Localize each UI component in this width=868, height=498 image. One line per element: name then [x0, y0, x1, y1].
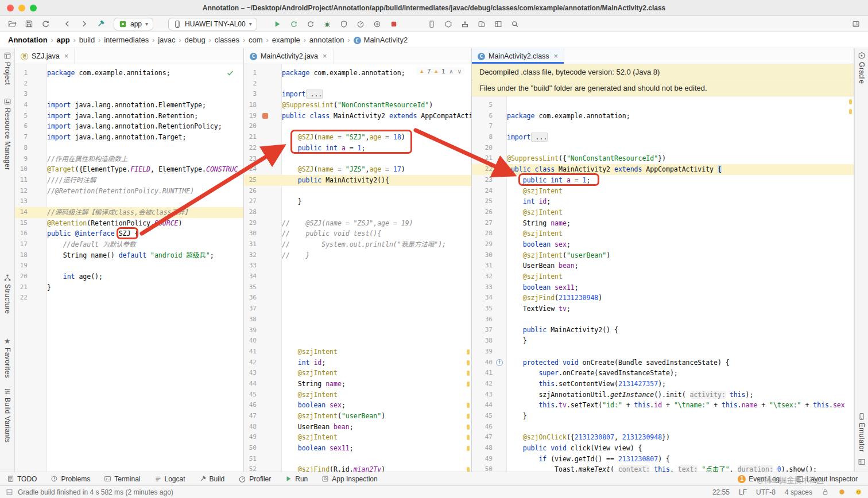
line-number[interactable]: 51 — [244, 454, 257, 465]
code-line[interactable]: 30// public void test(){ — [244, 228, 471, 239]
run-coverage-button[interactable] — [338, 18, 350, 30]
code-line[interactable]: 44 String name; — [244, 379, 471, 390]
code-line[interactable]: 46 boolean sex; — [244, 400, 471, 411]
line-number[interactable]: 47 — [472, 432, 493, 443]
line-number[interactable]: 23 — [244, 154, 257, 165]
line-number[interactable]: 7 — [472, 121, 493, 132]
warning-stripe-mark[interactable] — [849, 109, 852, 114]
search-button[interactable] — [509, 18, 521, 30]
device-manager-button[interactable] — [425, 18, 438, 30]
line-number[interactable]: 2 — [15, 79, 28, 90]
tab-mainactivity2-java[interactable]: C MainActivity2.java × — [244, 48, 334, 64]
line-number[interactable]: 39 — [244, 325, 257, 336]
code-line[interactable]: 29// @SZJ(name = "ZSJ",age = 19) — [244, 218, 471, 229]
line-number[interactable]: 49 — [244, 432, 257, 443]
breadcrumb-item-intermediates[interactable]: intermediates — [104, 36, 149, 44]
toolwindow-event-log[interactable]: 1Event Log — [738, 475, 780, 483]
code-line[interactable]: 45 } — [472, 411, 854, 422]
code-line[interactable]: 18@SuppressLint("NonConstantResourceId") — [244, 100, 471, 111]
status-item-lf[interactable]: LF — [739, 488, 747, 496]
code-line[interactable]: 49 if (view.getId() == 2131230807) { — [472, 454, 854, 465]
code-line[interactable]: 7 — [472, 121, 854, 132]
code-editor[interactable]: 1package com.example.annitaions;234impor… — [15, 64, 243, 472]
line-number[interactable]: 11 — [15, 175, 28, 186]
line-number[interactable]: 31 — [472, 260, 493, 271]
code-line[interactable]: 27 String name; — [472, 218, 854, 229]
line-number[interactable]: 19 — [15, 260, 28, 271]
line-number[interactable]: 30 — [472, 250, 493, 261]
warning-stripe-mark[interactable] — [467, 360, 470, 365]
line-number[interactable]: 19 — [244, 111, 257, 122]
breadcrumb-item-com[interactable]: com — [249, 36, 263, 44]
line-number[interactable]: 45 — [244, 390, 257, 400]
code-line[interactable]: 29 boolean sex; — [472, 239, 854, 250]
line-number[interactable]: 17 — [15, 239, 28, 250]
code-line[interactable]: 14//源码级注解【编译成class,会被class丢弃】 — [15, 207, 243, 218]
line-number[interactable]: 6 — [472, 111, 493, 122]
code-line[interactable]: 52 @szjFind(R.id.mian2Tv) — [244, 464, 471, 472]
tool-stripe-build-variants[interactable]: Build Variants — [3, 387, 11, 443]
line-number[interactable]: 4 — [15, 100, 28, 111]
line-number[interactable]: 8 — [472, 132, 493, 143]
virtual-devices-button[interactable] — [475, 18, 488, 30]
code-line[interactable]: 47 @szjIntent("userBean") — [244, 411, 471, 422]
line-number[interactable]: 52 — [244, 464, 257, 472]
code-line[interactable]: 20 — [244, 121, 471, 132]
code-line[interactable]: 47 @szjOnClick({2131230807, 2131230948}) — [472, 432, 854, 443]
line-number[interactable]: 5 — [15, 111, 28, 122]
code-line[interactable]: 2 — [15, 79, 243, 90]
code-line[interactable]: 35 — [244, 282, 471, 293]
previous-issue-icon[interactable]: ∧ — [449, 68, 453, 75]
code-line[interactable]: 24 @SZJ(name = "JZS",age = 17) — [244, 164, 471, 175]
close-window-button[interactable] — [7, 5, 14, 11]
profiler-button[interactable] — [354, 18, 367, 30]
code-line[interactable]: 36 — [472, 314, 854, 325]
warning-stripe-mark[interactable] — [467, 403, 470, 408]
line-number[interactable]: 22 — [15, 293, 28, 304]
code-line[interactable]: 1package com.example.annitaions; — [15, 68, 243, 79]
line-number[interactable]: 50 — [472, 464, 493, 472]
code-line[interactable]: 44 this.tv.setText("id:" + this.id + "\t… — [472, 400, 854, 411]
line-number[interactable]: 26 — [244, 186, 257, 197]
code-line[interactable]: 37 public MainActivity2() { — [472, 325, 854, 336]
code-line[interactable]: 5 — [472, 100, 854, 111]
toolwindow-problems[interactable]: Problems — [51, 475, 90, 483]
warning-stripe-mark[interactable] — [467, 414, 470, 419]
warning-stripe-mark[interactable] — [467, 425, 470, 430]
line-number[interactable]: 22 — [244, 143, 257, 154]
line-number[interactable]: 32 — [244, 250, 257, 261]
line-number[interactable]: 46 — [244, 400, 257, 411]
minimize-window-button[interactable] — [18, 5, 25, 11]
line-number[interactable]: 26 — [472, 207, 493, 218]
toolwindows-icon[interactable] — [6, 488, 13, 496]
code-line[interactable]: 39 — [244, 325, 471, 336]
code-line[interactable]: 7import java.lang.annotation.Target; — [15, 132, 243, 143]
lock-icon[interactable] — [822, 488, 829, 496]
code-line[interactable]: 6package com.example.annotation; — [472, 111, 854, 122]
line-number[interactable]: 34 — [244, 271, 257, 282]
code-line[interactable]: 36 — [244, 293, 471, 304]
apply-changes-button[interactable] — [288, 18, 300, 30]
line-number[interactable]: 40 — [244, 336, 257, 347]
line-number[interactable]: 43 — [244, 368, 257, 379]
status-item-22-55[interactable]: 22:55 — [712, 488, 730, 496]
line-number[interactable]: 33 — [472, 282, 493, 293]
line-number[interactable]: 43 — [472, 390, 493, 400]
line-number[interactable]: 38 — [244, 314, 257, 325]
line-number[interactable]: 1 — [244, 68, 257, 79]
line-number[interactable]: 14 — [15, 207, 28, 218]
warning-stripe-mark[interactable] — [467, 349, 470, 355]
line-number[interactable]: 9 — [15, 154, 28, 165]
code-line[interactable]: 22public class MainActivity2 extends App… — [472, 164, 854, 175]
code-line[interactable]: 34 @szjFind(2131230948) — [472, 293, 854, 304]
line-number[interactable]: 39 — [472, 347, 493, 357]
line-number[interactable]: 7 — [15, 132, 28, 143]
status-item-4-spaces[interactable]: 4 spaces — [785, 488, 812, 496]
code-line[interactable]: 33 boolean sex11; — [472, 282, 854, 293]
line-number[interactable]: 5 — [472, 100, 493, 111]
code-line[interactable]: 48 public void click(View view) { — [472, 443, 854, 454]
build-hammer-button[interactable] — [94, 18, 107, 30]
line-number[interactable]: 45 — [472, 411, 493, 422]
toolwindow-terminal[interactable]: Terminal — [104, 475, 140, 483]
line-number[interactable]: 37 — [244, 304, 257, 314]
